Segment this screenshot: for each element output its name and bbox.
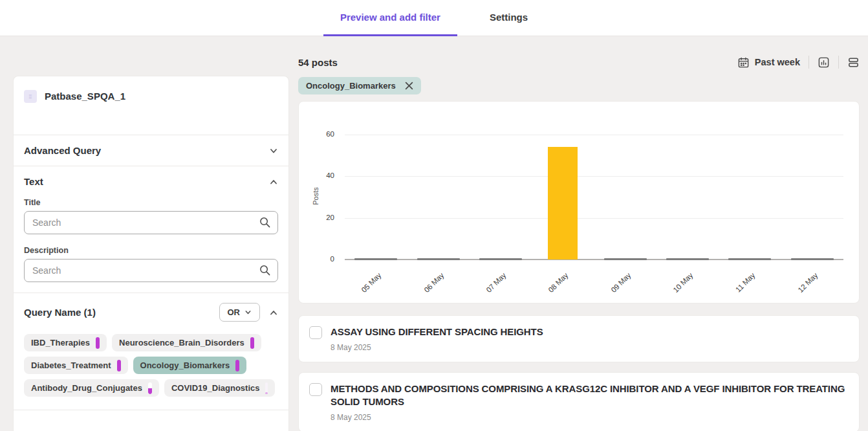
chip-label: COVID19_Diagnostics [171, 383, 260, 393]
advanced-query-section: Advanced Query [14, 135, 288, 166]
tab-group: Preview and add filter Settings [323, 0, 545, 36]
result-item[interactable]: METHODS AND COMPOSITIONS COMPRISING A KR… [298, 372, 860, 431]
gridline [345, 218, 843, 219]
bar-08-may[interactable] [548, 147, 578, 260]
y-axis-tick: 60 [309, 130, 334, 138]
chip-label: IBD_Therapies [31, 338, 90, 348]
title-search-input[interactable] [24, 211, 278, 234]
query-header: ▒ Patbase_SPQA_1 [14, 76, 288, 135]
toolbar-divider [808, 56, 809, 69]
x-axis-tick: 12 May [785, 271, 819, 305]
posts-count: 54 posts [298, 57, 338, 68]
y-axis-tick: 20 [309, 214, 334, 221]
search-icon [259, 216, 271, 228]
query-name-chip-list: IBD_TherapiesNeuroscience_Brain_Disorder… [14, 331, 288, 410]
date-range-label: Past week [755, 57, 800, 67]
calendar-icon [737, 56, 750, 69]
tab-settings[interactable]: Settings [473, 0, 545, 36]
y-axis-label: Posts [312, 187, 320, 205]
active-filter-chip[interactable]: Oncology_Biomarkers [298, 77, 421, 94]
chip-activity-indicator [96, 337, 100, 349]
x-axis-tick: 06 May [411, 271, 445, 305]
chip-activity-indicator [265, 382, 268, 394]
chip-label: Diabetes_Treatment [31, 360, 111, 370]
query-chip-neuroscience_brain_disorders[interactable]: Neuroscience_Brain_Disorders [112, 334, 261, 351]
query-chip-antibody_drug_conjugates[interactable]: Antibody_Drug_Conjugates [24, 379, 159, 397]
zero-bar-06-may [417, 258, 460, 260]
chevron-down-icon [269, 146, 278, 155]
chip-activity-indicator [148, 382, 152, 394]
zero-bar-10-may [666, 258, 709, 260]
result-text: METHODS AND COMPOSITIONS COMPRISING A KR… [331, 382, 849, 422]
gridline [345, 135, 843, 135]
title-field-label: Title [24, 198, 278, 207]
query-title: Patbase_SPQA_1 [45, 89, 125, 102]
y-axis-tick: 40 [309, 171, 334, 179]
result-date: 8 May 2025 [331, 343, 543, 352]
top-tab-bar: Preview and add filter Settings [0, 0, 868, 36]
zero-bar-09-may [604, 258, 647, 260]
result-item[interactable]: ASSAY USING DIFFERENT SPACING HEIGHTS8 M… [298, 315, 860, 362]
zero-bar-12-may [791, 258, 834, 260]
chip-label: Neuroscience_Brain_Disorders [119, 338, 244, 348]
result-date: 8 May 2025 [331, 413, 849, 422]
result-checkbox[interactable] [309, 326, 322, 339]
advanced-query-toggle[interactable]: Advanced Query [14, 135, 288, 166]
text-section-toggle[interactable]: Text [14, 166, 288, 197]
query-name-header: Query Name (1) OR [14, 293, 288, 331]
tab-preview-and-add-filter[interactable]: Preview and add filter [323, 0, 457, 36]
x-axis-tick: 11 May [723, 271, 757, 305]
x-axis-tick: 08 May [536, 271, 569, 305]
chip-label: Oncology_Biomarkers [140, 360, 230, 370]
chip-activity-indicator [250, 337, 254, 349]
zero-bar-07-may [479, 258, 522, 260]
zero-bar-05-may [354, 258, 397, 260]
list-view-icon[interactable] [847, 56, 860, 69]
description-search-input[interactable] [24, 259, 278, 282]
x-axis-tick: 10 May [660, 271, 694, 305]
title-field-block: Title [14, 198, 288, 245]
description-field-label: Description [24, 246, 278, 255]
tab-label: Preview and add filter [340, 12, 440, 23]
view-toolbar: Past week [737, 56, 860, 69]
result-title: METHODS AND COMPOSITIONS COMPRISING A KR… [331, 382, 849, 409]
chevron-down-icon [244, 309, 252, 316]
query-chip-oncology_biomarkers[interactable]: Oncology_Biomarkers [133, 357, 247, 374]
x-axis-tick: 09 May [598, 271, 632, 305]
query-chip-covid19_diagnostics[interactable]: COVID19_Diagnostics [164, 379, 276, 397]
chart-view-icon[interactable] [818, 56, 830, 69]
operator-value: OR [228, 307, 241, 317]
preview-main: 54 posts Past week [298, 36, 860, 431]
query-source-icon: ▒ [24, 90, 37, 103]
operator-dropdown[interactable]: OR [219, 303, 261, 322]
text-section-label: Text [24, 176, 43, 187]
gridline [345, 176, 843, 177]
posts-bar-chart: 0204060Posts05 May06 May07 May08 May09 M… [309, 107, 849, 298]
active-filter-label: Oncology_Biomarkers [306, 81, 396, 91]
query-name-section: Query Name (1) OR IBD_TherapiesNeuroscie… [14, 293, 288, 419]
query-chip-ibd_therapies[interactable]: IBD_Therapies [24, 334, 107, 351]
result-checkbox[interactable] [309, 383, 322, 396]
page-body: ▒ Patbase_SPQA_1 Advanced Query Text Tit… [0, 36, 868, 431]
close-icon[interactable] [405, 82, 413, 90]
filter-sidebar: ▒ Patbase_SPQA_1 Advanced Query Text Tit… [13, 76, 289, 431]
result-text: ASSAY USING DIFFERENT SPACING HEIGHTS8 M… [331, 326, 543, 352]
advanced-query-label: Advanced Query [24, 145, 101, 156]
posts-chart-card: 0204060Posts05 May06 May07 May08 May09 M… [298, 101, 860, 304]
zero-bar-11-may [728, 258, 771, 260]
x-axis-tick: 07 May [473, 271, 507, 305]
results-list: ASSAY USING DIFFERENT SPACING HEIGHTS8 M… [298, 315, 860, 431]
chip-activity-indicator [235, 360, 239, 371]
query-chip-diabetes_treatment[interactable]: Diabetes_Treatment [24, 357, 128, 374]
y-axis-tick: 0 [309, 255, 334, 263]
chip-label: Antibody_Drug_Conjugates [31, 383, 142, 393]
main-header: 54 posts Past week [298, 56, 860, 69]
text-section: Text Title Description [14, 166, 288, 293]
chevron-up-icon[interactable] [269, 308, 278, 317]
search-icon [259, 264, 271, 276]
query-name-label: Query Name (1) [24, 307, 96, 318]
date-range-selector[interactable]: Past week [737, 56, 800, 69]
result-title: ASSAY USING DIFFERENT SPACING HEIGHTS [331, 326, 543, 339]
chevron-up-icon [269, 177, 278, 186]
tab-label: Settings [490, 12, 528, 23]
